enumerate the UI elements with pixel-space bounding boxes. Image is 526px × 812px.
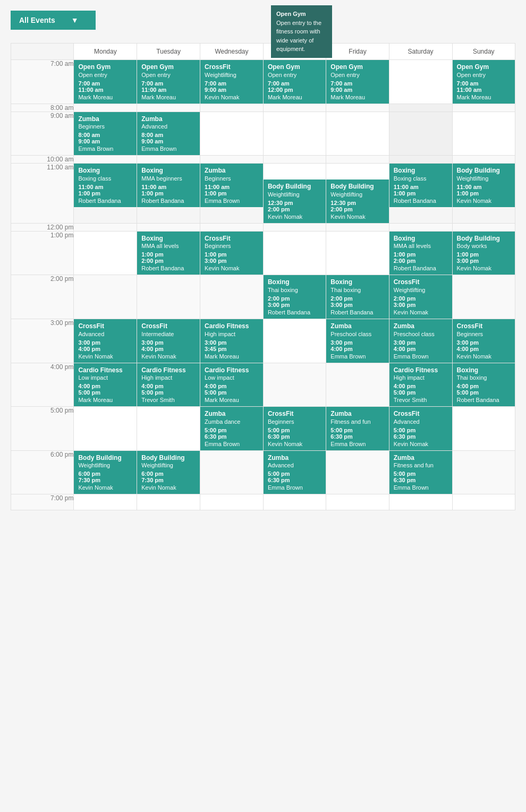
event-cell-saturday-100[interactable]: Boxing MMA all levels 1:00 pm2:00 pm Rob… xyxy=(389,231,452,275)
event-block[interactable]: Cardio Fitness Low impact 4:00 pm5:00 pm… xyxy=(74,363,137,407)
event-block[interactable]: Boxing Thai boxing 4:00 pm5:00 pm Robert… xyxy=(453,363,515,407)
event-cell-friday-500[interactable]: Zumba Fitness and fun 5:00 pm6:30 pm Emm… xyxy=(326,407,389,451)
event-cell-sunday-100[interactable]: Body Building Body works 1:00 pm3:00 pm … xyxy=(452,231,515,275)
event-block[interactable]: Boxing Thai boxing 2:00 pm3:00 pm Robert… xyxy=(264,275,326,319)
event-cell-tuesday-400[interactable]: Cardio Fitness High impact 4:00 pm5:00 p… xyxy=(137,363,200,407)
empty-cell xyxy=(326,104,389,112)
event-cell-tuesday-700[interactable]: Open Gym Open entry 7:00 am11:00 am Mark… xyxy=(137,60,200,104)
event-title: CrossFit xyxy=(205,63,259,72)
event-cell-wednesday-400[interactable]: Cardio Fitness Low impact 4:00 pm5:00 pm… xyxy=(200,363,264,407)
event-block[interactable]: Zumba Advanced 8:00 am9:00 am Emma Brown xyxy=(137,112,200,156)
event-cell-tuesday-600[interactable]: Body Building Weightlifting 6:00 pm7:30 … xyxy=(137,450,200,494)
event-cell-tuesday-1100[interactable]: Boxing MMA beginners 11:00 am1:00 pm Rob… xyxy=(137,164,200,224)
event-block[interactable]: CrossFit Weightlifting 7:00 am9:00 am Ke… xyxy=(200,60,263,104)
event-block[interactable]: Cardio Fitness High impact 4:00 pm5:00 p… xyxy=(137,363,200,407)
event-cell-wednesday-300[interactable]: Cardio Fitness High impact 3:00 pm3:45 p… xyxy=(200,319,264,363)
event-cell-thursday-200[interactable]: Boxing Thai boxing 2:00 pm3:00 pm Robert… xyxy=(263,275,326,319)
event-block[interactable]: Boxing Boxing class 11:00 am1:00 pm Robe… xyxy=(74,164,137,207)
time-label: 4:00 pm xyxy=(11,363,74,407)
empty-cell xyxy=(200,112,264,156)
event-cell-monday-1100[interactable]: Boxing Boxing class 11:00 am1:00 pm Robe… xyxy=(74,164,137,224)
event-cell-monday-400[interactable]: Cardio Fitness Low impact 4:00 pm5:00 pm… xyxy=(74,363,137,407)
event-block[interactable]: CrossFit Beginners 3:00 pm4:00 pm Kevin … xyxy=(453,319,515,363)
event-block[interactable]: Zumba Fitness and fun 5:00 pm6:30 pm Emm… xyxy=(389,451,452,494)
event-block[interactable]: Zumba Preschool class 3:00 pm4:00 pm Emm… xyxy=(326,319,388,363)
event-block[interactable]: Boxing Boxing class 11:00 am1:00 pm Robe… xyxy=(389,164,452,207)
event-cell-monday-300[interactable]: CrossFit Advanced 3:00 pm4:00 pm Kevin N… xyxy=(74,319,137,363)
table-row: 3:00 pm CrossFit Advanced 3:00 pm4:00 pm… xyxy=(11,319,515,363)
table-row: 7:00 pm xyxy=(11,494,515,510)
event-cell-wednesday-1100[interactable]: Zumba Beginners 11:00 am1:00 pm Emma Bro… xyxy=(200,164,264,224)
event-instructor: Kevin Nomak xyxy=(394,309,448,315)
time-label: 12:00 pm xyxy=(11,223,74,231)
event-cell-saturday-400[interactable]: Cardio Fitness High impact 4:00 pm5:00 p… xyxy=(389,363,452,407)
event-cell-saturday-1100[interactable]: Boxing Boxing class 11:00 am1:00 pm Robe… xyxy=(389,164,452,224)
event-cell-friday-200[interactable]: Boxing Thai boxing 2:00 pm3:00 pm Robert… xyxy=(326,275,389,319)
event-block[interactable]: CrossFit Advanced 5:00 pm6:30 pm Kevin N… xyxy=(389,407,452,450)
event-times: 11:00 am1:00 pm xyxy=(394,184,448,196)
event-block[interactable]: Boxing Thai boxing 2:00 pm3:00 pm Robert… xyxy=(326,275,388,319)
event-cell-wednesday-100[interactable]: CrossFit Beginners 1:00 pm3:00 pm Kevin … xyxy=(200,231,264,275)
event-block[interactable]: Open Gym Open entry 7:00 am9:00 am Mark … xyxy=(326,60,388,104)
event-block[interactable]: CrossFit Advanced 3:00 pm4:00 pm Kevin N… xyxy=(74,319,137,363)
event-block[interactable]: Body Building Weightlifting 6:00 pm7:30 … xyxy=(74,451,137,494)
event-cell-thursday-700[interactable]: Open Gym Open entry 7:00 am12:00 pm Mark… xyxy=(263,60,326,104)
event-block[interactable]: Zumba Advanced 5:00 pm6:30 pm Emma Brown xyxy=(264,451,326,494)
event-block[interactable]: Open Gym Open entry 7:00 am11:00 am Mark… xyxy=(453,60,515,104)
event-cell-wednesday-500[interactable]: Zumba Zumba dance 5:00 pm6:30 pm Emma Br… xyxy=(200,407,264,451)
event-block[interactable]: Boxing MMA beginners 11:00 am1:00 pm Rob… xyxy=(137,164,200,207)
event-cell-monday-700[interactable]: Open Gym Open entry 7:00 am11:00 am Mark… xyxy=(74,60,137,104)
event-block[interactable]: Zumba Fitness and fun 5:00 pm6:30 pm Emm… xyxy=(326,407,388,450)
event-cell-saturday-600[interactable]: Zumba Fitness and fun 5:00 pm6:30 pm Emm… xyxy=(389,450,452,494)
event-block[interactable]: Zumba Zumba dance 5:00 pm6:30 pm Emma Br… xyxy=(200,407,263,450)
table-row: 5:00 pm Zumba Zumba dance 5:00 pm6:30 pm… xyxy=(11,407,515,451)
event-block[interactable]: Body Building Weightlifting 12:30 pm2:00… xyxy=(326,180,388,223)
event-title: Cardio Fitness xyxy=(394,366,448,375)
event-cell-friday-300[interactable]: Zumba Preschool class 3:00 pm4:00 pm Emm… xyxy=(326,319,389,363)
event-cell-tuesday-300[interactable]: CrossFit Intermediate 3:00 pm4:00 pm Kev… xyxy=(137,319,200,363)
event-block[interactable]: Zumba Beginners 8:00 am9:00 am Emma Brow… xyxy=(74,112,137,156)
event-cell-monday-600[interactable]: Body Building Weightlifting 6:00 pm7:30 … xyxy=(74,450,137,494)
event-block[interactable]: CrossFit Intermediate 3:00 pm4:00 pm Kev… xyxy=(137,319,200,363)
event-block[interactable]: Open Gym Open entry 7:00 am11:00 am Mark… xyxy=(74,60,137,104)
event-block[interactable]: Zumba Beginners 11:00 am1:00 pm Emma Bro… xyxy=(200,164,263,207)
event-block[interactable]: Body Building Body works 1:00 pm3:00 pm … xyxy=(453,232,515,275)
event-times: 4:00 pm5:00 pm xyxy=(205,383,259,396)
event-cell-tuesday-100[interactable]: Boxing MMA all levels 1:00 pm2:00 pm Rob… xyxy=(137,231,200,275)
event-block[interactable]: Boxing MMA all levels 1:00 pm2:00 pm Rob… xyxy=(137,232,200,275)
event-cell-monday-900[interactable]: Zumba Beginners 8:00 am9:00 am Emma Brow… xyxy=(74,112,137,156)
event-block[interactable]: CrossFit Beginners 5:00 pm6:30 pm Kevin … xyxy=(264,407,326,450)
event-cell-tuesday-900[interactable]: Zumba Advanced 8:00 am9:00 am Emma Brown xyxy=(137,112,200,156)
event-cell-sunday-700[interactable]: Open Gym Open entry 7:00 am11:00 am Mark… xyxy=(452,60,515,104)
event-cell-thursday-1100[interactable]: Body Building Weightlifting 12:30 pm2:00… xyxy=(263,164,326,224)
event-block[interactable]: Open Gym Open entry 7:00 am12:00 pm Mark… xyxy=(264,60,326,104)
event-cell-thursday-600[interactable]: Zumba Advanced 5:00 pm6:30 pm Emma Brown xyxy=(263,450,326,494)
event-block[interactable]: Cardio Fitness High impact 3:00 pm3:45 p… xyxy=(200,319,263,363)
event-cell-thursday-500[interactable]: CrossFit Beginners 5:00 pm6:30 pm Kevin … xyxy=(263,407,326,451)
event-title: Boxing xyxy=(394,235,448,243)
event-cell-saturday-300[interactable]: Zumba Preschool class 3:00 pm4:00 pm Emm… xyxy=(389,319,452,363)
event-cell-saturday-200[interactable]: CrossFit Weightlifting 2:00 pm3:00 pm Ke… xyxy=(389,275,452,319)
event-block[interactable]: CrossFit Weightlifting 2:00 pm3:00 pm Ke… xyxy=(389,275,452,319)
event-block[interactable]: Body Building Weightlifting 12:30 pm2:00… xyxy=(264,180,326,223)
event-cell-friday-700[interactable]: Open Gym Open entry 7:00 am9:00 am Mark … xyxy=(326,60,389,104)
event-cell-sunday-300[interactable]: CrossFit Beginners 3:00 pm4:00 pm Kevin … xyxy=(452,319,515,363)
event-block[interactable]: Open Gym Open entry 7:00 am11:00 am Mark… xyxy=(137,60,200,104)
event-cell-wednesday-700[interactable]: CrossFit Weightlifting 7:00 am9:00 am Ke… xyxy=(200,60,264,104)
all-events-dropdown[interactable]: All Events ▼ xyxy=(11,11,96,30)
event-times: 3:00 pm3:45 pm xyxy=(205,339,259,352)
event-block[interactable]: Cardio Fitness Low impact 4:00 pm5:00 pm… xyxy=(200,363,263,407)
event-cell-friday-1100[interactable]: Body Building Weightlifting 12:30 pm2:00… xyxy=(326,164,389,224)
event-block[interactable]: Zumba Preschool class 3:00 pm4:00 pm Emm… xyxy=(389,319,452,363)
event-instructor: Robert Bandana xyxy=(141,265,196,271)
event-times: 7:00 am11:00 am xyxy=(457,80,511,93)
event-cell-sunday-400[interactable]: Boxing Thai boxing 4:00 pm5:00 pm Robert… xyxy=(452,363,515,407)
event-block[interactable]: Body Building Weightlifting 11:00 am1:00… xyxy=(453,164,515,207)
event-block[interactable]: Body Building Weightlifting 6:00 pm7:30 … xyxy=(137,451,200,494)
event-cell-sunday-1100[interactable]: Body Building Weightlifting 11:00 am1:00… xyxy=(452,164,515,224)
event-block[interactable]: Boxing MMA all levels 1:00 pm2:00 pm Rob… xyxy=(389,232,452,275)
event-cell-saturday-500[interactable]: CrossFit Advanced 5:00 pm6:30 pm Kevin N… xyxy=(389,407,452,451)
event-block[interactable]: Cardio Fitness High impact 4:00 pm5:00 p… xyxy=(389,363,452,407)
event-block[interactable]: CrossFit Beginners 1:00 pm3:00 pm Kevin … xyxy=(200,232,263,275)
event-subtitle: Weightlifting xyxy=(394,287,448,293)
